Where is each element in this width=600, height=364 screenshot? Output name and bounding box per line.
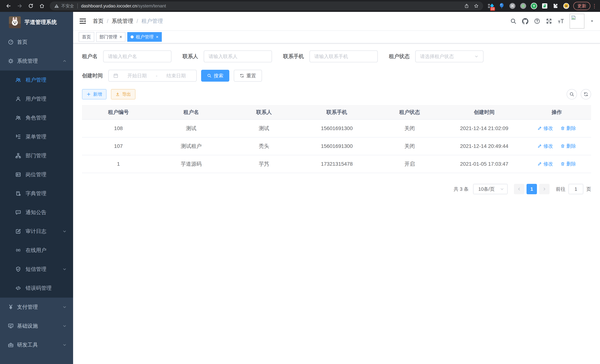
address-bar[interactable]: 不安全 dashboard.yudao.iocoder.cn/system/te… [50,1,483,10]
chevron-down-icon [62,324,67,328]
browser-home-button[interactable] [38,1,46,10]
fullscreen-icon[interactable] [546,18,552,24]
sidebar-item-system[interactable]: 系统管理 [0,52,73,71]
refresh-table-button[interactable] [581,89,591,99]
share-icon[interactable] [464,3,469,8]
chevron-up-icon [62,59,67,63]
show-search-button[interactable] [567,89,577,99]
browser-menu-icon[interactable]: ⋮ [592,3,597,9]
chevron-down-icon [474,54,479,59]
breadcrumb-home[interactable]: 首页 [93,18,103,25]
online-user-icon [15,247,21,253]
edit-link[interactable]: 修改 [537,161,553,167]
next-page-button[interactable] [539,184,550,194]
breadcrumb-tenant: 租户管理 [141,18,163,25]
table-row: 107 测试租户 秃头 15601691300 关闭 2021-12-14 20… [82,137,591,155]
browser-forward-button[interactable] [15,1,24,10]
extension-balloon-icon[interactable] [498,3,505,9]
status-select[interactable]: 请选择租户状态 [415,50,484,62]
status-text: 开启 [373,155,446,173]
table-row: 108 测试 测试 15601691300 关闭 2021-12-14 21:0… [82,120,591,137]
reset-button[interactable]: 重置 [234,70,262,82]
pencil-icon [537,126,542,131]
extension-recorder-icon[interactable] [520,3,526,9]
yen-icon [8,304,14,310]
sidebar-item-infrastructure[interactable]: 基础设施 [0,317,73,336]
collapse-sidebar-icon[interactable] [79,18,86,25]
shield-icon [15,266,21,272]
extension-flag-icon[interactable] [541,3,548,9]
tenant-name-input[interactable] [103,50,171,62]
chevron-left-icon [517,187,521,191]
goto-page-input[interactable] [568,184,583,194]
contact-input[interactable] [204,50,272,62]
sidebar-item-audit-log[interactable]: 审计日志 [0,222,73,241]
tab-dept[interactable]: 部门管理 × [96,32,125,42]
sidebar-item-sms[interactable]: 短信管理 [0,260,73,279]
sidebar-item-error-code[interactable]: 错误码管理 [0,279,73,298]
extension-tab-manager-icon[interactable]: 10 [488,3,494,9]
browser-reload-button[interactable] [26,1,35,10]
browser-update-button[interactable]: 更新 [573,2,590,10]
mobile-input[interactable] [309,50,378,62]
date-range-input[interactable]: 开始日期 - 结束日期 [108,70,197,82]
header-search-icon[interactable] [510,18,516,24]
extension-emoji-icon[interactable] [563,3,570,9]
sidebar-item-dict[interactable]: 字典管理 [0,184,73,203]
total-count: 共 3 条 [454,186,469,192]
pagination: 共 3 条 10条/页 1 前往 页 [82,184,591,194]
sidebar: 芋道管理系统 首页 系统管理 租户管理 用户管理 角色管理 菜单管理 部 [0,12,73,364]
sidebar-item-home[interactable]: 首页 [0,33,73,52]
tab-tenant[interactable]: 租户管理 × [127,32,162,42]
search-button[interactable]: 搜索 [201,70,229,82]
sidebar-item-user[interactable]: 用户管理 [0,89,73,108]
sidebar-item-role[interactable]: 角色管理 [0,108,73,127]
close-icon[interactable]: × [156,35,159,39]
delete-link[interactable]: 删除 [561,143,576,149]
extension-command-icon[interactable]: ⌘ [509,3,516,9]
sidebar-item-notice[interactable]: 通知公告 [0,203,73,222]
sidebar-item-online-user[interactable]: 在线用户 [0,241,73,260]
browser-back-button[interactable] [4,1,13,10]
create-time-label: 创建时间 [82,72,103,79]
users-icon [15,77,21,83]
avatar[interactable] [570,14,584,28]
goto-label: 前往 [556,186,565,192]
sidebar-item-menu[interactable]: 菜单管理 [0,127,73,146]
tab-home[interactable]: 首页 [79,32,94,42]
app-title: 芋道管理系统 [25,19,57,26]
pencil-icon [537,144,542,148]
font-size-icon[interactable] [558,18,564,24]
delete-link[interactable]: 删除 [561,125,576,131]
chevron-right-icon [542,187,547,191]
bookmark-star-icon[interactable] [474,3,479,8]
sidebar-item-payment[interactable]: 支付管理 [0,298,73,317]
extension-yuque-icon[interactable]: Y [531,3,537,9]
sidebar-item-tenant[interactable]: 租户管理 [0,71,73,89]
sidebar-item-post[interactable]: 岗位管理 [0,165,73,184]
app-logo: 芋道管理系统 [0,12,73,33]
export-button[interactable]: 导出 [111,89,135,99]
edit-link[interactable]: 修改 [537,143,553,149]
delete-link[interactable]: 删除 [561,161,576,167]
page-number-button[interactable]: 1 [526,184,537,194]
sidebar-item-dev-tools[interactable]: 研发工具 [0,336,73,354]
github-icon[interactable] [522,18,528,24]
command-glyph: ⌘ [511,4,514,8]
prev-page-button[interactable] [514,184,524,194]
download-icon [115,92,120,96]
help-icon[interactable] [534,18,540,24]
chevron-down-icon [62,267,67,271]
sidebar-item-dept[interactable]: 部门管理 [0,146,73,165]
avatar-caret-icon[interactable] [590,19,594,23]
breadcrumb-system[interactable]: 系统管理 [112,18,133,25]
extensions-puzzle-icon[interactable] [552,3,559,9]
refresh-icon [240,74,244,78]
user-icon [15,96,21,102]
close-icon[interactable]: × [120,35,122,39]
table-row: 1 芋道源码 芋艿 17321315478 开启 2021-01-05 17:0… [82,155,591,173]
page-size-select[interactable]: 10条/页 [473,184,508,194]
edit-link[interactable]: 修改 [537,125,553,131]
add-button[interactable]: 新增 [82,89,106,99]
app-header: 首页 / 系统管理 / 租户管理 [73,12,600,30]
